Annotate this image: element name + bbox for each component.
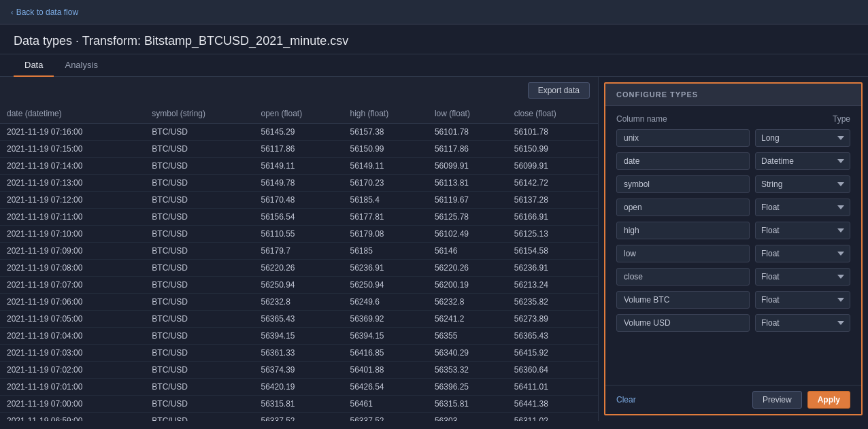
table-cell: 56365.43	[507, 328, 598, 345]
data-panel: Export data date (datetime) symbol (stri…	[0, 77, 599, 421]
table-cell: BTC/USD	[145, 345, 254, 362]
table-cell: 56177.81	[343, 209, 427, 226]
table-cell: 56303	[428, 413, 507, 422]
col-name-input-Volume BTC[interactable]	[616, 291, 750, 309]
table-cell: 56185.4	[343, 192, 427, 209]
table-cell: 56166.91	[507, 209, 598, 226]
config-row: LongDatetimeStringFloatDoubleIntegerBool…	[616, 222, 850, 239]
type-select-symbol[interactable]: LongDatetimeStringFloatDoubleIntegerBool…	[755, 175, 850, 193]
col-name-input-low[interactable]	[616, 245, 750, 262]
type-select-unix[interactable]: LongDatetimeStringFloatDoubleIntegerBool…	[755, 129, 850, 147]
table-cell: 2021-11-19 07:07:00	[0, 277, 145, 294]
table-cell: 56142.72	[507, 175, 598, 192]
col-name-input-close[interactable]	[616, 268, 750, 286]
config-rows: LongDatetimeStringFloatDoubleIntegerBool…	[616, 129, 850, 332]
table-cell: BTC/USD	[145, 328, 254, 345]
export-data-button[interactable]: Export data	[528, 82, 590, 99]
table-cell: 56220.26	[428, 260, 507, 277]
tabs-bar: Data Analysis	[0, 54, 868, 77]
table-header-row: date (datetime) symbol (string) open (fl…	[0, 104, 598, 124]
clear-button[interactable]: Clear	[616, 395, 636, 405]
table-cell: 2021-11-19 07:09:00	[0, 243, 145, 260]
config-row: LongDatetimeStringFloatDoubleIntegerBool…	[616, 152, 850, 170]
config-row: LongDatetimeStringFloatDoubleIntegerBool…	[616, 175, 850, 193]
table-cell: BTC/USD	[145, 260, 254, 277]
table-cell: 56236.91	[343, 260, 427, 277]
type-select-high[interactable]: LongDatetimeStringFloatDoubleIntegerBool…	[755, 222, 850, 239]
table-cell: 56125.13	[507, 226, 598, 243]
table-cell: 56396.25	[428, 379, 507, 396]
table-cell: 56110.55	[254, 226, 343, 243]
table-cell: 56250.94	[254, 277, 343, 294]
table-cell: 56273.89	[507, 311, 598, 328]
table-cell: 56441.38	[507, 396, 598, 413]
apply-button[interactable]: Apply	[807, 391, 850, 409]
config-panel: CONFIGURE TYPES Column name Type LongDat…	[604, 82, 863, 415]
table-cell: BTC/USD	[145, 141, 254, 158]
table-cell: 56337.52	[254, 413, 343, 422]
table-cell: BTC/USD	[145, 124, 254, 141]
table-cell: 56179.08	[343, 226, 427, 243]
table-cell: 56101.78	[507, 124, 598, 141]
table-cell: 2021-11-19 07:11:00	[0, 209, 145, 226]
table-cell: 56236.91	[507, 260, 598, 277]
table-row: 2021-11-19 07:07:00BTC/USD56250.9456250.…	[0, 277, 598, 294]
table-cell: 2021-11-19 07:13:00	[0, 175, 145, 192]
table-cell: 2021-11-19 07:08:00	[0, 260, 145, 277]
table-cell: 2021-11-19 07:05:00	[0, 311, 145, 328]
table-cell: 56250.94	[343, 277, 427, 294]
table-cell: 56394.15	[254, 328, 343, 345]
table-cell: 56426.54	[343, 379, 427, 396]
table-cell: 2021-11-19 07:16:00	[0, 124, 145, 141]
table-cell: 56235.82	[507, 294, 598, 311]
col-header-close: close (float)	[507, 104, 598, 124]
table-cell: 56170.48	[254, 192, 343, 209]
config-footer: Clear Preview Apply	[605, 385, 861, 414]
table-cell: BTC/USD	[145, 175, 254, 192]
type-select-low[interactable]: LongDatetimeStringFloatDoubleIntegerBool…	[755, 245, 850, 262]
table-cell: BTC/USD	[145, 158, 254, 175]
table-row: 2021-11-19 07:00:00BTC/USD56315.81564615…	[0, 396, 598, 413]
table-wrapper[interactable]: date (datetime) symbol (string) open (fl…	[0, 104, 598, 421]
table-cell: BTC/USD	[145, 294, 254, 311]
table-cell: 56360.64	[507, 362, 598, 379]
data-table: date (datetime) symbol (string) open (fl…	[0, 104, 598, 421]
config-row: LongDatetimeStringFloatDoubleIntegerBool…	[616, 245, 850, 262]
type-select-close[interactable]: LongDatetimeStringFloatDoubleIntegerBool…	[755, 268, 850, 286]
table-cell: BTC/USD	[145, 226, 254, 243]
table-cell: 56315.81	[428, 396, 507, 413]
table-cell: 56157.38	[343, 124, 427, 141]
table-cell: 56099.91	[428, 158, 507, 175]
tab-data[interactable]: Data	[14, 54, 54, 77]
table-cell: 56415.92	[507, 345, 598, 362]
col-name-input-open[interactable]	[616, 199, 750, 216]
table-cell: 56137.28	[507, 192, 598, 209]
table-cell: 2021-11-19 07:01:00	[0, 379, 145, 396]
tab-analysis[interactable]: Analysis	[54, 54, 108, 77]
table-row: 2021-11-19 07:15:00BTC/USD56117.8656150.…	[0, 141, 598, 158]
col-name-input-high[interactable]	[616, 222, 750, 239]
back-link[interactable]: ‹ Back to data flow	[11, 7, 78, 17]
table-cell: 56355	[428, 328, 507, 345]
type-select-Volume BTC[interactable]: LongDatetimeStringFloatDoubleIntegerBool…	[755, 291, 850, 309]
table-cell: 56353.32	[428, 362, 507, 379]
table-row: 2021-11-19 07:02:00BTC/USD56374.3956401.…	[0, 362, 598, 379]
table-cell: 56394.15	[343, 328, 427, 345]
table-cell: 2021-11-19 07:12:00	[0, 192, 145, 209]
col-name-input-symbol[interactable]	[616, 175, 750, 193]
table-cell: 56117.86	[254, 141, 343, 158]
table-cell: 56146	[428, 243, 507, 260]
preview-button[interactable]: Preview	[752, 391, 802, 409]
col-name-input-Volume USD[interactable]	[616, 314, 750, 332]
table-cell: 56401.88	[343, 362, 427, 379]
table-cell: 56374.39	[254, 362, 343, 379]
table-cell: 56411.01	[507, 379, 598, 396]
type-select-Volume USD[interactable]: LongDatetimeStringFloatDoubleIntegerBool…	[755, 314, 850, 332]
col-name-input-date[interactable]	[616, 152, 750, 170]
table-cell: 56200.19	[428, 277, 507, 294]
type-select-date[interactable]: LongDatetimeStringFloatDoubleIntegerBool…	[755, 152, 850, 170]
config-row: LongDatetimeStringFloatDoubleIntegerBool…	[616, 314, 850, 332]
col-name-input-unix[interactable]	[616, 129, 750, 147]
type-select-open[interactable]: LongDatetimeStringFloatDoubleIntegerBool…	[755, 199, 850, 216]
table-row: 2021-11-19 07:08:00BTC/USD56220.2656236.…	[0, 260, 598, 277]
